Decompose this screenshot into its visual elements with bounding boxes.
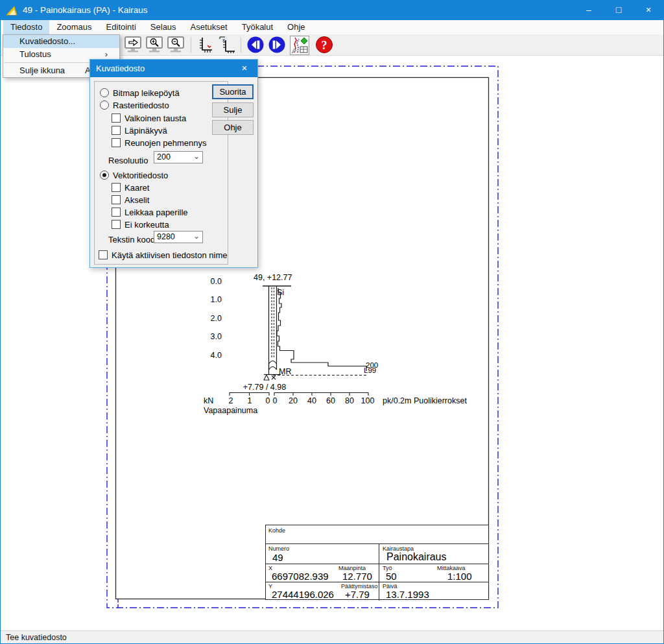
menu-tiedosto[interactable]: Tiedosto — [3, 20, 49, 34]
end-value-2: L99 — [364, 366, 376, 374]
paiva-cell: Päivä 13.7.1993 — [379, 582, 488, 601]
vektori-radio-label[interactable]: Vektoritiedosto — [113, 171, 168, 180]
svg-text:?: ? — [322, 39, 327, 52]
help-icon[interactable]: ? — [315, 36, 333, 54]
menu-zoomaus[interactable]: Zoomaus — [49, 20, 99, 34]
raster-radio[interactable]: Rasteritiedosto — [100, 101, 169, 111]
toolbar-separator — [191, 37, 191, 53]
valkoinen-tausta-checkbox[interactable]: Valkoinen tausta — [112, 113, 186, 124]
right-axis — [274, 393, 368, 396]
checkbox-label[interactable]: Kaaret — [124, 183, 149, 193]
menu-item-label: Tulostus — [19, 49, 51, 59]
depth-tick-2: 2.0 — [211, 314, 222, 323]
radio-selected-icon[interactable] — [100, 171, 109, 180]
right-axis-tick-60: 60 — [326, 396, 335, 405]
checkbox-icon[interactable] — [112, 126, 121, 135]
label-text: Tekstin koodi — [108, 235, 157, 244]
status-text: Tee kuvatiedosto — [6, 633, 67, 642]
menu-editointi[interactable]: Editointi — [99, 20, 143, 34]
table-row-numero: Numero 49 Kairaustapa Painokairaus — [266, 544, 488, 564]
vektori-radio[interactable]: Vektoritiedosto — [100, 171, 168, 181]
checkbox-label[interactable]: Reunojen pehmennys — [124, 138, 206, 148]
akselit-checkbox[interactable]: Akselit — [112, 195, 149, 206]
chevron-down-icon[interactable]: ⌄ — [193, 231, 200, 242]
checkbox-icon[interactable] — [112, 208, 121, 217]
checkbox-label[interactable]: Akselit — [124, 195, 149, 205]
app-logo-icon — [6, 4, 19, 17]
menu-asetukset[interactable]: Asetukset — [184, 20, 235, 34]
app-window: 49 - Painokairaus (PA) - Kairaus – □ × T… — [0, 0, 664, 644]
menu-ohje[interactable]: Ohje — [280, 20, 312, 34]
radio-icon[interactable] — [100, 101, 109, 110]
next-object-icon[interactable] — [268, 36, 286, 54]
checkbox-label[interactable]: Käytä aktiivisen tiedoston nime — [112, 250, 227, 260]
bitmap-radio-label[interactable]: Bitmap leikepöytä — [113, 88, 180, 98]
reunojen-pehmennys-checkbox[interactable]: Reunojen pehmennys — [112, 138, 206, 149]
use-active-name-checkbox[interactable]: Käytä aktiivisen tiedoston nime — [99, 250, 227, 261]
depth-tick-1: 1.0 — [211, 295, 222, 304]
radio-icon[interactable] — [100, 88, 109, 97]
axis-fx-icon[interactable]: x — [218, 36, 236, 54]
zoom-out-icon[interactable] — [167, 36, 185, 54]
checkbox-icon[interactable] — [112, 195, 121, 204]
depth-tick-4: 4.0 — [211, 351, 222, 360]
checkbox-icon[interactable] — [112, 138, 121, 147]
numero-value: 49 — [272, 552, 283, 563]
sulje-button[interactable]: Sulje — [212, 102, 254, 117]
dialog-close-icon[interactable]: × — [238, 60, 251, 77]
soil-label-bottom: MR — [279, 367, 291, 376]
checkbox-icon[interactable] — [112, 183, 121, 192]
resoluutio-label: Resoluutio — [108, 156, 148, 166]
status-bar: Tee kuvatiedosto — [1, 630, 663, 644]
checkbox-icon[interactable] — [112, 113, 121, 123]
checkbox-icon[interactable] — [99, 250, 108, 259]
point-header: 49, +12.77 — [254, 273, 292, 282]
ei-korkeutta-checkbox[interactable]: Ei korkeutta — [112, 220, 169, 230]
monitor-forward-icon[interactable] — [124, 36, 142, 54]
zoom-in-icon[interactable] — [145, 36, 163, 54]
axis-scale-icon[interactable] — [196, 36, 215, 54]
menu-item-kuvatiedosto[interactable]: Kuvatiedosto... — [3, 35, 119, 48]
menu-selaus[interactable]: Selaus — [143, 20, 184, 34]
menu-tyokalut[interactable]: Työkalut — [235, 20, 280, 34]
anchor-cross-icon — [272, 376, 276, 379]
paiva-value: 13.7.1993 — [386, 589, 429, 600]
kaaret-checkbox[interactable]: Kaaret — [112, 183, 149, 193]
right-axis-tick-0: 0 — [273, 396, 278, 405]
previous-object-icon[interactable] — [246, 36, 265, 54]
left-axis-unit: kN — [204, 396, 213, 405]
checkbox-label[interactable]: Leikkaa paperille — [124, 208, 188, 217]
mittakaava-value: 1:100 — [447, 571, 472, 582]
soil-label-top: Si — [277, 288, 284, 297]
table-row-kohde: Kohde — [266, 525, 488, 544]
suorita-button[interactable]: Suorita — [212, 84, 254, 99]
ohje-button[interactable]: Ohje — [212, 120, 254, 135]
image-file-icon[interactable] — [290, 36, 309, 55]
leikkaa-paperille-checkbox[interactable]: Leikkaa paperille — [112, 208, 188, 218]
right-axis-tick-40: 40 — [307, 396, 316, 405]
depth-tick-3: 3.0 — [211, 332, 222, 341]
maximize-button[interactable]: □ — [604, 1, 634, 20]
anchor-triangle-icon — [264, 375, 269, 380]
label-text: Resoluutio — [108, 156, 148, 165]
checkbox-label[interactable]: Läpinäkyvä — [124, 126, 167, 136]
depth-tick-0: 0.0 — [211, 277, 222, 286]
toolbar-separator — [241, 37, 241, 53]
text-code-combobox[interactable]: 9280 ⌄ — [154, 231, 203, 243]
right-axis-label: pk/0.2m Puolikierrokset — [383, 396, 467, 405]
minimize-button[interactable]: – — [574, 1, 604, 20]
sounding-curve — [277, 288, 366, 371]
checkbox-label[interactable]: Ei korkeutta — [124, 220, 169, 230]
checkbox-icon[interactable] — [112, 220, 121, 229]
resolution-value: 200 — [157, 152, 171, 161]
tekstin-koodi-label: Tekstin koodi — [108, 235, 157, 245]
bitmap-radio[interactable]: Bitmap leikepöytä — [100, 88, 180, 99]
close-button[interactable]: × — [634, 1, 663, 20]
left-axis — [230, 393, 269, 396]
lapinakyva-checkbox[interactable]: Läpinäkyvä — [112, 126, 167, 136]
raster-radio-label[interactable]: Rasteritiedosto — [113, 101, 169, 110]
chevron-down-icon[interactable]: ⌄ — [193, 151, 200, 162]
resolution-combobox[interactable]: 200 ⌄ — [154, 151, 203, 163]
numero-cell: Numero 49 — [266, 544, 379, 564]
checkbox-label[interactable]: Valkoinen tausta — [124, 113, 186, 123]
